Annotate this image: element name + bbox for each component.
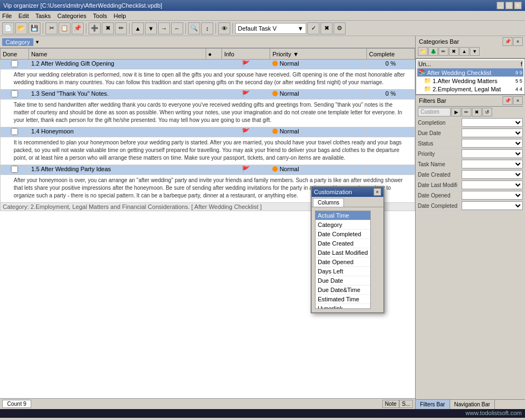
menu-help[interactable]: Help <box>114 13 126 19</box>
task-info-cell: 🚩 <box>221 90 270 100</box>
dialog-list-item[interactable]: Date Created <box>316 239 370 248</box>
filter-completion-select[interactable] <box>462 118 523 127</box>
down-button[interactable]: ▼ <box>145 22 157 34</box>
task-done-cell[interactable] <box>1 90 29 100</box>
task-desc-cell: It is recommended to plan your honeymoon… <box>1 137 415 165</box>
outdent-button[interactable]: ← <box>171 22 183 34</box>
dropdown-arrow-icon: ▼ <box>298 25 304 32</box>
task-checkbox[interactable] <box>11 60 18 67</box>
tab-navigation-bar[interactable]: Navigation Bar <box>450 400 495 409</box>
filter-bar-pin-button[interactable]: 📌 <box>503 96 512 105</box>
task-checkbox[interactable] <box>11 128 18 135</box>
indent-button[interactable]: → <box>158 22 170 34</box>
cat-tree-item-2[interactable]: 📁 2.Employment, Legal Mat 4 4 <box>417 85 523 93</box>
view-button[interactable]: 👁 <box>218 22 230 34</box>
task-type-dropdown[interactable]: Default Task V ▼ <box>235 23 306 34</box>
dialog-list-item[interactable]: Hyperlink <box>316 304 370 309</box>
sort-button[interactable]: ↕ <box>201 22 213 34</box>
edit-button[interactable]: ✏ <box>115 22 127 34</box>
dialog-list-item[interactable]: Due Date <box>316 276 370 285</box>
filter-due-date: Due Date <box>418 128 523 138</box>
task-header-row: 1.3 Send "Thank You" Notes. 🚩 Normal 0 % <box>1 90 415 100</box>
open-button[interactable]: 📂 <box>15 22 27 34</box>
dialog-list[interactable]: Actual TimeCategoryDate CompletedDate Cr… <box>315 211 371 309</box>
category-dropdown-icon[interactable]: ▼ <box>35 39 40 45</box>
apply-button[interactable]: ✓ <box>307 22 319 34</box>
cat-bar-pin-button[interactable]: 📌 <box>503 37 512 46</box>
task-done-cell[interactable] <box>1 60 29 69</box>
menu-tools[interactable]: Tools <box>93 13 107 19</box>
book-icon: 📚 <box>418 69 426 76</box>
add-task-button[interactable]: ➕ <box>89 22 101 34</box>
filter-priority-select[interactable] <box>462 149 523 158</box>
filter-date-created-select[interactable] <box>462 170 523 179</box>
save-button[interactable]: 💾 <box>28 22 40 34</box>
cat-bar-close-button[interactable]: × <box>513 37 523 46</box>
filter-apply-button[interactable]: ▶ <box>451 108 461 116</box>
dialog-tab-columns[interactable]: Columns <box>313 198 344 207</box>
filter-due-date-select[interactable] <box>462 129 523 137</box>
copy-button[interactable]: 📋 <box>59 22 71 34</box>
cat-edit-button[interactable]: ✏ <box>439 47 448 56</box>
filter-task-name-select[interactable] <box>462 160 523 168</box>
cat-add-button[interactable]: 📁 <box>418 47 428 56</box>
filter-status-select[interactable] <box>462 139 523 148</box>
filter-date-opened-select[interactable] <box>462 191 523 200</box>
col-done[interactable]: Done <box>1 49 29 60</box>
cat-delete-button[interactable]: ✖ <box>449 47 459 56</box>
dialog-list-item[interactable]: Date Last Modified <box>316 248 370 258</box>
task-done-cell[interactable] <box>1 165 29 175</box>
minimize-button[interactable]: _ <box>497 2 504 9</box>
menu-file[interactable]: File <box>2 13 12 19</box>
delete-button[interactable]: ✖ <box>102 22 114 34</box>
status-bar: Count 9 Note S... <box>0 398 415 409</box>
menu-edit[interactable]: Edit <box>19 13 29 19</box>
filter-edit-button[interactable]: ✏ <box>462 108 471 116</box>
filter-date-last-mod-select[interactable] <box>462 180 523 189</box>
tab-filters-bar[interactable]: Filters Bar <box>416 400 450 409</box>
filter-clear-button[interactable]: ↺ <box>482 108 492 116</box>
task-checkbox[interactable] <box>11 90 18 97</box>
task-desc-row: After your wedding celebration is perfor… <box>1 69 415 90</box>
menu-categories[interactable]: Categories <box>57 13 86 19</box>
maximize-button[interactable]: □ <box>505 2 513 9</box>
dialog-list-item[interactable]: Due Date&Time <box>316 285 370 295</box>
filter-delete-button[interactable]: ✖ <box>472 108 482 116</box>
dialog-list-item[interactable]: Days Left <box>316 267 370 276</box>
dialog-list-item[interactable]: Actual Time <box>316 211 370 220</box>
dialog-list-item[interactable]: Date Completed <box>316 230 370 239</box>
settings-button[interactable]: ⚙ <box>334 22 346 34</box>
task-complete-cell <box>366 165 415 175</box>
col-info[interactable]: Info <box>221 49 270 60</box>
cancel-toolbar-button[interactable]: ✖ <box>320 22 332 34</box>
cat-up-button[interactable]: ▲ <box>459 47 469 56</box>
col-complete[interactable]: Complete <box>366 49 415 60</box>
green-flag-icon: 🚩 <box>242 128 250 136</box>
note-tab[interactable]: Note <box>382 400 399 408</box>
cut-button[interactable]: ✂ <box>45 22 57 34</box>
close-button[interactable]: × <box>514 2 522 9</box>
menu-tasks[interactable]: Tasks <box>36 13 51 19</box>
filter-preset-box[interactable]: Custom <box>418 108 451 116</box>
s-tab[interactable]: S... <box>399 400 413 408</box>
category-label[interactable]: Category <box>2 38 33 46</box>
cat-tree-item-1[interactable]: 📁 1.After Wedding Matters 5 5 <box>417 77 523 85</box>
cat-tree-button[interactable]: 🌲 <box>428 47 438 56</box>
filter-bar-close-button[interactable]: × <box>513 96 523 105</box>
new-button[interactable]: 📄 <box>2 22 14 34</box>
priority-sort-icon[interactable]: ▼ <box>293 51 299 57</box>
task-done-cell[interactable] <box>1 127 29 137</box>
cat-down-button[interactable]: ▼ <box>470 47 480 56</box>
dialog-list-item[interactable]: Category <box>316 220 370 230</box>
dialog-close-button[interactable]: × <box>374 188 381 196</box>
filter-button[interactable]: 🔍 <box>188 22 200 34</box>
cat-tree-item-root[interactable]: 📚 After Wedding Checklist 9 9 <box>417 68 523 77</box>
paste-button[interactable]: 📌 <box>72 22 84 34</box>
up-button[interactable]: ▲ <box>132 22 144 34</box>
col-name[interactable]: Name <box>28 49 206 60</box>
table-header-row: Done Name ● Info Priority ▼ Complete <box>1 49 415 60</box>
dialog-list-item[interactable]: Date Opened <box>316 258 370 267</box>
dialog-list-item[interactable]: Estimated Time <box>316 295 370 304</box>
task-checkbox[interactable] <box>11 166 18 173</box>
filter-date-completed-select[interactable] <box>462 201 523 210</box>
